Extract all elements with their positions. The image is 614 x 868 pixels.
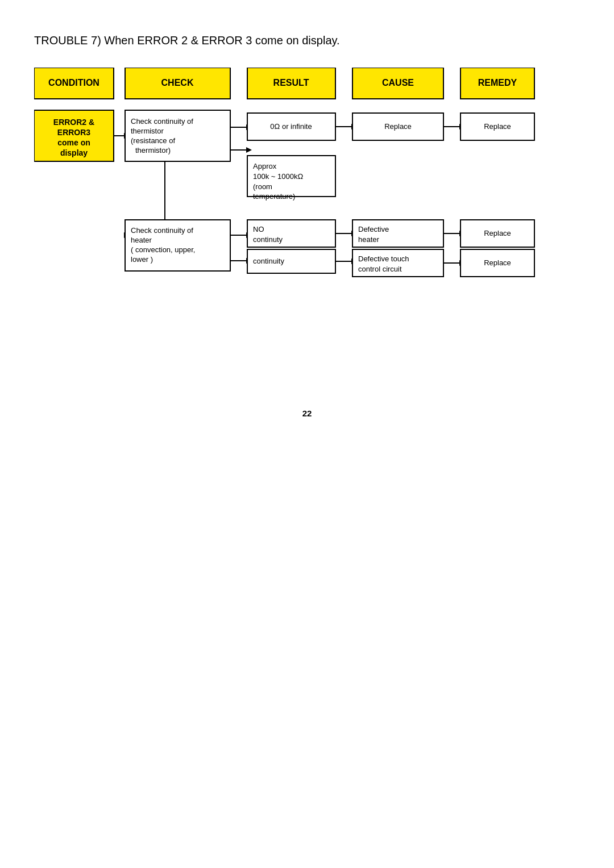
svg-text:100k ~ 1000kΩ: 100k ~ 1000kΩ [253, 172, 303, 181]
svg-text:heater: heater [131, 236, 152, 244]
svg-text:Approx: Approx [253, 162, 277, 170]
svg-text:CAUSE: CAUSE [382, 78, 414, 87]
page: TROUBLE 7) When ERROR 2 & ERROR 3 come o… [0, 0, 614, 452]
svg-text:(room: (room [253, 182, 272, 191]
page-number: 22 [34, 408, 580, 418]
svg-text:CONDITION: CONDITION [48, 78, 99, 87]
diagram: CONDITION CHECK RESULT CAUSE REMEDY ERRO… [34, 68, 580, 386]
svg-text:Check continuity of: Check continuity of [131, 226, 193, 235]
svg-text:control circuit: control circuit [358, 265, 402, 273]
svg-text:Replace: Replace [484, 122, 511, 131]
svg-text:0Ω or infinite: 0Ω or infinite [270, 122, 312, 131]
svg-text:Replace: Replace [484, 229, 511, 237]
svg-text:(resistance of: (resistance of [131, 136, 175, 145]
svg-text:thermistor: thermistor [131, 127, 164, 135]
svg-text:CHECK: CHECK [161, 78, 194, 87]
svg-text:continuty: continuty [253, 235, 283, 244]
svg-text:come on: come on [57, 138, 90, 147]
svg-text:continuity: continuity [253, 257, 284, 265]
svg-text:thermistor): thermistor) [135, 146, 171, 155]
svg-text:Check continuity of: Check continuity of [131, 117, 193, 126]
svg-text:ERROR3: ERROR3 [57, 128, 91, 137]
svg-text:lower  ): lower ) [131, 255, 153, 264]
svg-text:heater: heater [358, 235, 380, 244]
svg-text:( convection, upper,: ( convection, upper, [131, 245, 195, 254]
svg-text:temperature): temperature) [253, 192, 295, 201]
svg-text:NO: NO [253, 225, 264, 233]
page-title: TROUBLE 7) When ERROR 2 & ERROR 3 come o… [34, 34, 580, 47]
svg-text:Defective: Defective [358, 225, 389, 233]
svg-text:REMEDY: REMEDY [478, 78, 517, 87]
svg-marker-35 [246, 147, 252, 153]
diagram-svg: CONDITION CHECK RESULT CAUSE REMEDY ERRO… [34, 68, 580, 386]
svg-text:Replace: Replace [384, 122, 412, 131]
svg-text:RESULT: RESULT [273, 78, 309, 87]
svg-text:Defective touch: Defective touch [358, 254, 409, 263]
svg-text:Replace: Replace [484, 258, 511, 267]
svg-text:ERROR2 &: ERROR2 & [53, 118, 94, 127]
svg-text:display: display [60, 148, 88, 157]
